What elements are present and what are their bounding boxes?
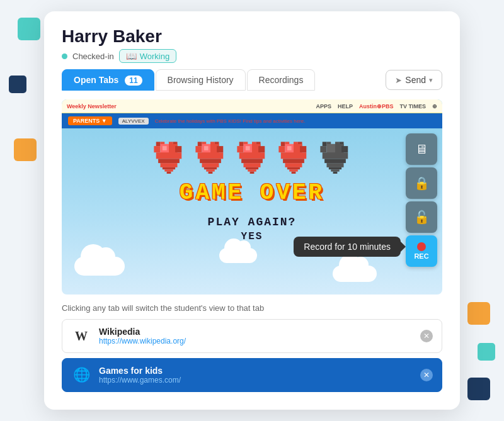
- cloud-3: [333, 266, 377, 282]
- status-dot: [62, 53, 67, 59]
- lock-icon: 🔒: [414, 176, 430, 191]
- user-name: Harry Baker: [62, 26, 442, 47]
- svg-rect-28: [209, 172, 213, 174]
- rec-button[interactable]: REC: [406, 235, 437, 267]
- svg-rect-55: [285, 163, 302, 167]
- game-screenshot: Weekly Newsletter APPS HELP Austin⊕PBS T…: [62, 99, 442, 295]
- svg-rect-52: [300, 146, 306, 152]
- tab-recordings[interactable]: Recordings: [247, 69, 316, 91]
- close-games-button[interactable]: ✕: [420, 369, 433, 381]
- header: Harry Baker Checked-in 📖 Working: [62, 26, 442, 63]
- game-topbar: Weekly Newsletter APPS HELP Austin⊕PBS T…: [62, 99, 442, 113]
- rec-label: REC: [414, 252, 428, 260]
- cloud-2: [219, 248, 257, 263]
- cloud-1: [74, 257, 125, 276]
- unlock-icon: 🔓: [414, 210, 430, 225]
- svg-rect-38: [239, 152, 265, 159]
- send-icon: ➤: [395, 76, 402, 85]
- globe-icon: 🌐: [73, 367, 90, 383]
- heart-4: [277, 140, 311, 174]
- games-icon: 🌐: [71, 365, 91, 385]
- svg-rect-64: [320, 146, 326, 152]
- svg-rect-37: [258, 146, 265, 152]
- svg-rect-57: [289, 169, 298, 171]
- svg-rect-60: [323, 142, 327, 146]
- pbs-nav: PARENTS ▼ ALYVVEX Celebrate the holidays…: [62, 113, 442, 128]
- status-text: Checked-in: [72, 52, 114, 61]
- tab-item-text-games: Games for kids https://www.games.com/: [99, 366, 413, 385]
- svg-rect-19: [195, 146, 202, 152]
- deco-orange-left: [14, 138, 37, 161]
- deco-navy-right: [467, 378, 490, 400]
- svg-rect-39: [241, 159, 263, 163]
- deco-navy-left: [9, 76, 26, 93]
- deco-orange-right: [467, 302, 490, 325]
- svg-rect-9: [158, 159, 180, 163]
- svg-rect-12: [164, 169, 173, 171]
- svg-rect-59: [287, 146, 292, 150]
- tab-bar: Open Tabs 11 Browsing History Recordings…: [62, 69, 442, 91]
- svg-rect-14: [163, 146, 167, 150]
- record-tooltip: Record for 10 minutes: [294, 237, 401, 257]
- lock-button-2[interactable]: 🔓: [406, 201, 437, 233]
- svg-rect-26: [204, 167, 217, 169]
- svg-rect-70: [327, 163, 344, 167]
- svg-rect-7: [175, 146, 181, 152]
- svg-rect-11: [163, 167, 175, 169]
- heart-3: [235, 140, 269, 174]
- tab-browsing-history[interactable]: Browsing History: [156, 69, 246, 91]
- svg-rect-15: [198, 142, 202, 146]
- svg-rect-72: [331, 169, 340, 171]
- side-buttons: 🖥 🔒 🔓 REC: [406, 128, 442, 295]
- svg-rect-44: [246, 146, 250, 150]
- svg-rect-27: [206, 169, 215, 171]
- promo-text: Celebrate the holidays with PBS KIDS! Fi…: [155, 118, 306, 124]
- svg-rect-24: [200, 159, 221, 163]
- svg-rect-29: [204, 146, 209, 150]
- close-wikipedia-button[interactable]: ✕: [420, 330, 433, 342]
- tab-item-text-wikipedia: Wikipedia https://www.wikipedia.org/: [99, 327, 413, 345]
- send-button[interactable]: ➤ Send ▾: [386, 70, 442, 90]
- svg-rect-45: [281, 142, 285, 146]
- hint-text: Clicking any tab will switch the student…: [62, 303, 442, 313]
- svg-rect-13: [167, 172, 171, 174]
- parents-button[interactable]: PARENTS ▼: [68, 116, 112, 125]
- working-badge: 📖 Working: [119, 49, 176, 63]
- svg-rect-22: [217, 146, 223, 152]
- svg-rect-0: [156, 142, 161, 146]
- tab-open-tabs[interactable]: Open Tabs 11: [62, 69, 154, 91]
- heart-2: [193, 140, 227, 174]
- svg-rect-67: [341, 146, 348, 152]
- svg-rect-43: [250, 172, 255, 174]
- tab-list: W Wikipedia https://www.wikipedia.org/ ✕…: [62, 319, 442, 392]
- wikipedia-icon: W: [71, 326, 91, 346]
- newsletter-label: Weekly Newsletter: [67, 103, 117, 109]
- monitor-button[interactable]: 🖥: [406, 133, 437, 165]
- svg-rect-23: [198, 152, 224, 159]
- tab-item-games[interactable]: 🌐 Games for kids https://www.games.com/ …: [62, 358, 442, 392]
- game-scene: GAME OVER PLAY AGAIN? YES: [62, 128, 442, 295]
- tab-item-wikipedia[interactable]: W Wikipedia https://www.wikipedia.org/ ✕: [62, 319, 442, 353]
- svg-rect-53: [281, 152, 307, 159]
- tab-item-title-wikipedia: Wikipedia: [99, 327, 413, 337]
- open-tabs-badge: 11: [125, 76, 142, 86]
- working-label: Working: [140, 52, 169, 61]
- status-row: Checked-in 📖 Working: [62, 49, 442, 63]
- rec-dot: [417, 242, 426, 251]
- book-icon: 📖: [126, 51, 137, 61]
- svg-rect-49: [278, 146, 285, 152]
- deco-teal-topleft: [18, 18, 40, 40]
- svg-rect-25: [202, 163, 219, 167]
- svg-rect-40: [244, 163, 261, 167]
- topbar-right: APPS HELP Austin⊕PBS TV TIMES ⊕: [316, 103, 437, 109]
- svg-rect-68: [323, 152, 348, 159]
- svg-rect-58: [292, 172, 296, 174]
- svg-rect-4: [154, 146, 160, 152]
- svg-rect-73: [333, 172, 338, 174]
- lock-button-1[interactable]: 🔒: [406, 167, 437, 199]
- svg-rect-10: [161, 163, 178, 167]
- heart-5-empty: [318, 140, 352, 174]
- svg-rect-8: [156, 152, 182, 159]
- monitor-icon: 🖥: [415, 142, 428, 157]
- svg-rect-54: [283, 159, 304, 163]
